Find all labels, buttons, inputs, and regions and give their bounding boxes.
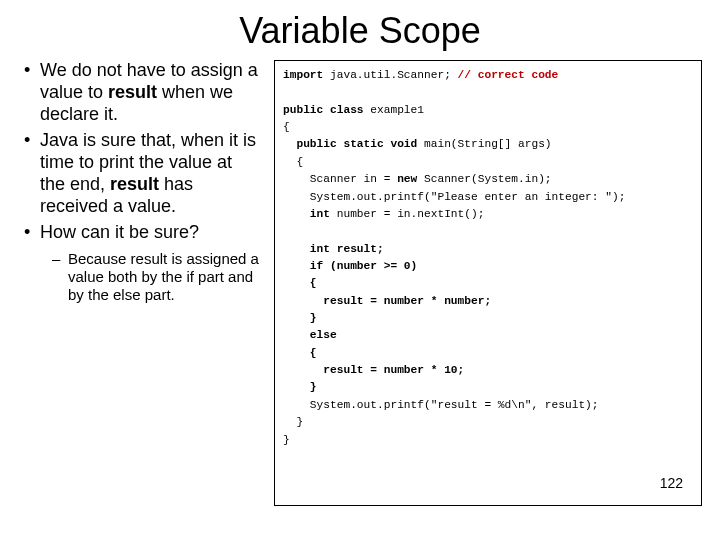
code-keyword: public class — [283, 104, 364, 116]
bullet-list: We do not have to assign a value to resu… — [22, 60, 260, 305]
code-keyword: result; — [330, 243, 384, 255]
bullet-item: We do not have to assign a value to resu… — [22, 60, 260, 126]
code-text: { — [283, 121, 290, 133]
code-keyword: int — [283, 208, 330, 220]
code-keyword: result = number * number; — [283, 295, 491, 307]
code-keyword: public static void — [283, 138, 417, 150]
code-text: Scanner in = — [283, 173, 397, 185]
code-text: } — [283, 416, 303, 428]
page-number: 122 — [660, 473, 683, 495]
code-text: } — [283, 434, 290, 446]
bullet-item: How can it be sure? Because result is as… — [22, 222, 260, 305]
code-keyword: int — [283, 243, 330, 255]
bullet-text: How can it be sure? — [40, 222, 199, 242]
sub-bullet-item: Because result is assigned a value both … — [40, 250, 260, 305]
code-keyword: import — [283, 69, 323, 81]
code-keyword: new — [397, 173, 417, 185]
code-text: { — [283, 156, 303, 168]
bullet-bold: result — [108, 82, 157, 102]
content-row: We do not have to assign a value to resu… — [0, 60, 720, 506]
code-text: number = in.nextInt(); — [330, 208, 484, 220]
code-text: main(String[] args) — [417, 138, 551, 150]
code-text: example1 — [364, 104, 424, 116]
sub-bullet-list: Because result is assigned a value both … — [40, 250, 260, 305]
bullet-column: We do not have to assign a value to resu… — [22, 60, 274, 506]
code-keyword: } — [283, 381, 317, 393]
bullet-item: Java is sure that, when it is time to pr… — [22, 130, 260, 218]
slide-title: Variable Scope — [0, 0, 720, 60]
code-keyword: (number >= 0) — [323, 260, 417, 272]
code-keyword: result = number * 10; — [283, 364, 464, 376]
code-keyword: if — [283, 260, 323, 272]
code-keyword: } — [283, 312, 317, 324]
code-text: Scanner(System.in); — [417, 173, 551, 185]
code-keyword: { — [283, 277, 317, 289]
code-block: import java.util.Scanner; // correct cod… — [274, 60, 702, 506]
code-keyword: { — [283, 347, 317, 359]
bullet-bold: result — [110, 174, 159, 194]
code-keyword: else — [283, 329, 337, 341]
code-text: System.out.printf("result = %d\n", resul… — [283, 399, 599, 411]
code-text: System.out.printf("Please enter an integ… — [283, 191, 625, 203]
code-comment: // correct code — [458, 69, 559, 81]
code-text: java.util.Scanner; — [323, 69, 457, 81]
